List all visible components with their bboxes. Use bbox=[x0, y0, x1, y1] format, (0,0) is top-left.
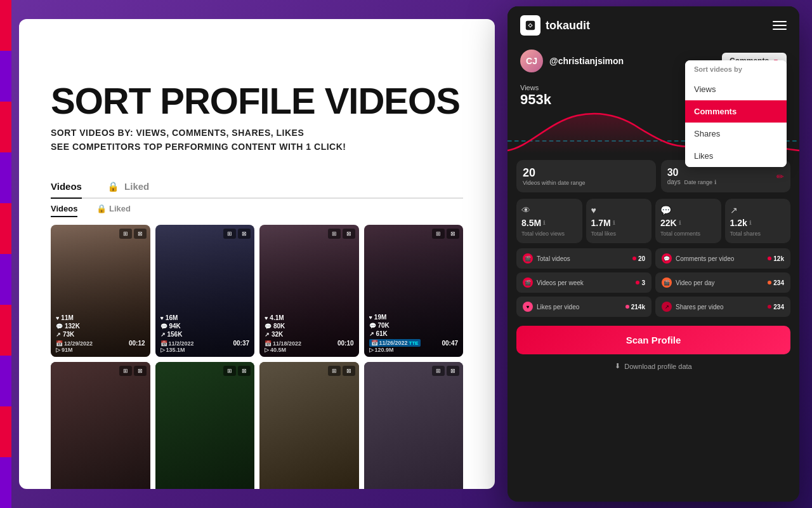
dropdown-item-views[interactable]: Views bbox=[685, 78, 787, 100]
video-top-icons: ⊞ ⊠ bbox=[328, 229, 355, 239]
info-icon: ℹ bbox=[714, 179, 716, 185]
info-likes-per-video: ♥ Likes per video 214k bbox=[516, 297, 652, 317]
video-icon-orange: 🎬 bbox=[662, 277, 672, 288]
download-icon: ⬇ bbox=[615, 362, 620, 370]
shares-icon-dark: ↗ bbox=[662, 302, 672, 312]
left-panel: SORT PROFILE VIDEOS SORT VIDEOS BY: VIEW… bbox=[19, 19, 495, 489]
video-stats-1: ♥11M 💬132K ↗73K 📅 12/29/2022 00:12 ▷ 91M bbox=[51, 311, 150, 357]
video-icon-2: ⊠ bbox=[238, 229, 251, 239]
sub-tab-videos[interactable]: Videos bbox=[51, 204, 77, 217]
likes-icon-pink: ♥ bbox=[523, 302, 533, 312]
video-icon: ⊞ bbox=[432, 366, 445, 376]
video-card[interactable]: ⊞⊠ bbox=[364, 362, 464, 489]
info-icon: ℹ bbox=[679, 220, 681, 226]
app-panel: tokaudit CJ @christianjsimon Comments ▼ … bbox=[508, 6, 799, 502]
profile-info: CJ @christianjsimon bbox=[520, 50, 624, 72]
metrics-grid: 👁 8.5M ℹ Total video views ♥ 1.7M ℹ Tota… bbox=[508, 199, 799, 248]
info-video-per-day: 🎬 Video per day 234 bbox=[655, 272, 790, 293]
video-grid: ⊞ ⊠ ♥11M 💬132K ↗73K 📅 12/29/2022 00:12 ▷… bbox=[51, 225, 463, 358]
info-icon: ℹ bbox=[749, 220, 751, 226]
video-icon: ⊞ bbox=[223, 366, 236, 376]
main-tabs: Videos 🔒 Liked bbox=[51, 181, 463, 199]
info-shares-per-video: ↗ Shares per video 234 bbox=[655, 297, 790, 317]
sub-tab-liked[interactable]: 🔒 Liked bbox=[96, 204, 131, 217]
video-top-icons: ⊞ ⊠ bbox=[223, 229, 251, 239]
hero-subtitle: SORT VIDEOS BY: VIEWS, COMMENTS, SHARES,… bbox=[51, 126, 463, 154]
video-icon-1: ⊞ bbox=[328, 229, 341, 239]
lock-icon: 🔒 bbox=[107, 181, 119, 192]
video-card[interactable]: ⊞⊠ bbox=[155, 362, 255, 489]
video-icon: ⊠ bbox=[238, 366, 251, 376]
metric-likes: ♥ 1.7M ℹ Total likes bbox=[586, 199, 652, 243]
hero-section: SORT PROFILE VIDEOS SORT VIDEOS BY: VIEW… bbox=[51, 83, 463, 154]
date-range-left: 30 days Date range ℹ bbox=[667, 167, 716, 185]
video-card[interactable]: ⊞⊠ bbox=[51, 362, 150, 489]
dropdown-item-likes[interactable]: Likes bbox=[685, 145, 787, 167]
avatar: CJ bbox=[520, 50, 543, 72]
sub-tabs: Videos 🔒 Liked bbox=[51, 204, 463, 217]
videos-count: 20 bbox=[523, 166, 650, 180]
video-top-icons: ⊞ ⊠ bbox=[432, 229, 459, 239]
video-stats-2: ♥16M 💬94K ↗156K 📅 11/2/2022 00:37 ▷ 135.… bbox=[155, 311, 255, 357]
likes-icon: ♥ bbox=[591, 205, 647, 215]
video-icon: ⊞ bbox=[328, 366, 341, 376]
video-card[interactable]: ⊞ ⊠ ♥16M 💬94K ↗156K 📅 11/2/2022 00:37 ▷ … bbox=[155, 225, 255, 358]
date-range-num: 30 bbox=[667, 167, 716, 178]
video-icon-2: ⊠ bbox=[343, 229, 355, 239]
hero-title: SORT PROFILE VIDEOS bbox=[51, 83, 463, 119]
username: @christianjsimon bbox=[549, 56, 624, 66]
metric-shares: ↗ 1.2k ℹ Total shares bbox=[725, 199, 791, 243]
video-card[interactable]: ⊞ ⊠ ♥19M 💬70K ↗61K 📅 11/26/2022 TTE 00:4… bbox=[364, 225, 464, 358]
svg-point-1 bbox=[529, 24, 532, 27]
dropdown-label: Sort videos by bbox=[685, 60, 787, 78]
video-icon: ⊠ bbox=[134, 366, 147, 376]
logo-icon bbox=[520, 15, 540, 36]
date-range-text: Date range bbox=[684, 179, 713, 185]
tab-videos[interactable]: Videos bbox=[51, 181, 82, 199]
tab-liked[interactable]: 🔒 Liked bbox=[107, 181, 149, 199]
comments-icon: 💬 bbox=[660, 205, 716, 215]
video-card[interactable]: ⊞ ⊠ ♥11M 💬132K ↗73K 📅 12/29/2022 00:12 ▷… bbox=[51, 225, 150, 358]
video-icon-1: ⊞ bbox=[119, 229, 132, 239]
lock-icon-sub: 🔒 bbox=[96, 204, 107, 213]
video-card[interactable]: ⊞ ⊠ ♥4.1M 💬80K ↗32K 📅 11/18/2022 00:10 ▷… bbox=[259, 225, 359, 358]
logo-text: tokaudit bbox=[546, 19, 590, 32]
app-logo: tokaudit bbox=[520, 15, 590, 36]
video-stats-3: ♥4.1M 💬80K ↗32K 📅 11/18/2022 00:10 ▷ 40.… bbox=[259, 311, 359, 357]
scan-profile-button[interactable]: Scan Profile bbox=[516, 326, 790, 354]
views-icon: 👁 bbox=[521, 205, 577, 215]
dropdown-item-comments[interactable]: Comments bbox=[685, 100, 787, 123]
info-rows: 🎬 Total videos 20 💬 Comments per video 1… bbox=[508, 248, 799, 322]
hamburger-menu[interactable] bbox=[773, 21, 787, 30]
video-icon: ⊞ bbox=[119, 366, 132, 376]
sort-dropdown-menu: Sort videos by Views Comments Shares Lik… bbox=[685, 60, 787, 167]
download-label: Download profile data bbox=[624, 363, 691, 370]
video-icon-2: ⊠ bbox=[134, 229, 147, 239]
metric-comments: 💬 22K ℹ Total comments bbox=[655, 199, 721, 243]
video-icon: ⊠ bbox=[343, 366, 355, 376]
profile-row: CJ @christianjsimon Comments ▼ Sort vide… bbox=[508, 44, 799, 77]
chart-label: Views bbox=[520, 84, 551, 91]
video-card[interactable]: ⊞⊠ bbox=[259, 362, 359, 489]
video-top-icons: ⊞ ⊠ bbox=[119, 229, 147, 239]
info-icon: ℹ bbox=[613, 220, 615, 226]
video-icon: ⊠ bbox=[447, 366, 459, 376]
shares-icon: ↗ bbox=[730, 205, 786, 215]
video-icon-1: ⊞ bbox=[432, 229, 445, 239]
chart-value: 953k bbox=[520, 91, 551, 108]
video-stats-4: ♥19M 💬70K ↗61K 📅 11/26/2022 TTE 00:47 ▷ … bbox=[364, 310, 464, 357]
video-icon-2: ⊠ bbox=[447, 229, 459, 239]
download-row[interactable]: ⬇ Download profile data bbox=[508, 358, 799, 374]
dropdown-item-shares[interactable]: Shares bbox=[685, 123, 787, 145]
info-videos-per-week: 🎬 Videos per week 3 bbox=[516, 272, 652, 293]
date-range-label: days Date range ℹ bbox=[667, 178, 716, 185]
metric-views: 👁 8.5M ℹ Total video views bbox=[516, 199, 582, 243]
app-header: tokaudit bbox=[508, 6, 799, 44]
info-comments-per-video: 💬 Comments per video 12k bbox=[655, 248, 790, 269]
date-range-edit-icon[interactable]: ✏ bbox=[776, 171, 784, 182]
video-icon-red: 🎬 bbox=[523, 253, 533, 264]
info-icon: ℹ bbox=[543, 220, 545, 226]
second-row-grid: ⊞⊠ ⊞⊠ ⊞⊠ ⊞⊠ bbox=[51, 362, 463, 489]
video-icon-1: ⊞ bbox=[223, 229, 236, 239]
info-total-videos: 🎬 Total videos 20 bbox=[516, 248, 652, 269]
